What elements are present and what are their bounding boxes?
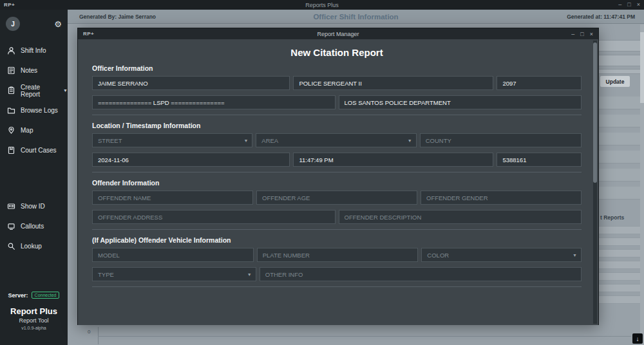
modal-minimize-icon[interactable]: – xyxy=(571,31,574,37)
offender-gender-input[interactable] xyxy=(421,191,582,205)
update-button[interactable]: Update xyxy=(600,76,630,87)
officer-name-input[interactable] xyxy=(92,76,290,90)
modal-scrollbar[interactable] xyxy=(593,41,597,324)
section-divider xyxy=(92,115,582,115)
map-pin-icon xyxy=(7,126,15,135)
offender-address-input[interactable] xyxy=(92,210,336,224)
report-icon xyxy=(7,86,15,95)
sidebar-menu: Shift Info Notes Create Report ▼ Browse … xyxy=(0,41,68,256)
server-label: Server: xyxy=(8,292,28,299)
vehicle-color-select[interactable]: COLOR ▼ xyxy=(421,248,582,262)
officer-badge-input[interactable] xyxy=(497,76,582,90)
close-icon[interactable]: × xyxy=(637,0,640,10)
area-select[interactable]: AREA ▼ xyxy=(256,133,416,147)
sidebar-item-notes[interactable]: Notes xyxy=(0,61,68,80)
offender-section-label: Offender Information xyxy=(92,179,582,187)
sidebar-item-create-report[interactable]: Create Report ▼ xyxy=(0,80,68,100)
street-select[interactable]: STREET ▼ xyxy=(92,133,252,147)
sidebar-item-shift-info[interactable]: Shift Info xyxy=(0,41,68,61)
sidebar: J ⚙ Shift Info Notes Create Report ▼ Bro… xyxy=(0,10,68,345)
generated-at-text: Generated at: 11:47:41 PM xyxy=(567,14,635,20)
server-status-row: Server: Connected xyxy=(0,292,68,299)
report-manager-modal: RP+ Report Manager – □ × New Citation Re… xyxy=(77,28,599,325)
sidebar-item-label: Notes xyxy=(21,67,37,74)
dimmed-row xyxy=(596,151,644,163)
minimize-icon[interactable]: – xyxy=(618,0,621,10)
id-card-icon xyxy=(7,202,15,210)
dimmed-list-row xyxy=(597,284,644,292)
dimmed-row xyxy=(596,115,644,127)
court-doc-icon xyxy=(7,146,15,154)
date-input[interactable] xyxy=(92,153,290,167)
area-select-value: AREA xyxy=(261,137,278,144)
location-section-label: Location / Timestamp Information xyxy=(92,122,582,129)
vehicle-section-label: (If Applicable) Offender Vehicle Informa… xyxy=(92,236,582,244)
county-input[interactable] xyxy=(420,133,582,147)
officer-division-input[interactable] xyxy=(92,95,336,109)
vehicle-other-input[interactable] xyxy=(260,267,582,281)
dimmed-field xyxy=(597,69,644,74)
app-branding: Report Plus Report Tool v1.0.9-alpha xyxy=(0,306,68,330)
modal-body: New Citation Report Officer Information … xyxy=(78,39,598,325)
dimmed-list-row xyxy=(597,261,644,269)
sidebar-item-label: Callouts xyxy=(21,223,44,230)
sidebar-item-label: Show ID xyxy=(21,203,45,210)
sidebar-item-lookup[interactable]: Lookup xyxy=(0,236,68,256)
search-icon xyxy=(7,242,15,250)
page-scrollbar-thumb[interactable] xyxy=(640,32,644,103)
app-name: Report Plus xyxy=(0,306,68,316)
modal-close-icon[interactable]: × xyxy=(590,31,593,37)
callout-icon xyxy=(7,222,15,230)
sidebar-item-map[interactable]: Map xyxy=(0,120,68,140)
dimmed-row xyxy=(596,133,644,145)
app-version: v1.0.9-alpha xyxy=(0,326,68,330)
vehicle-plate-input[interactable] xyxy=(257,248,419,262)
avatar[interactable]: J xyxy=(6,17,20,31)
section-divider xyxy=(92,172,582,172)
dimmed-list-row xyxy=(597,295,644,304)
maximize-icon[interactable]: □ xyxy=(627,0,630,10)
dimmed-list-row xyxy=(597,238,644,246)
chevron-down-icon: ▼ xyxy=(63,88,68,93)
officer-department-input[interactable] xyxy=(339,95,582,109)
dimmed-row xyxy=(596,187,644,200)
time-input[interactable] xyxy=(293,153,493,167)
sidebar-item-browse-logs[interactable]: Browse Logs xyxy=(0,100,68,120)
section-divider xyxy=(92,286,582,287)
vehicle-type-select[interactable]: TYPE ▼ xyxy=(92,267,256,281)
sidebar-item-label: Shift Info xyxy=(21,47,46,54)
app-subtitle: Report Tool xyxy=(0,317,68,324)
dimmed-list-row xyxy=(597,272,644,281)
report-id-input[interactable] xyxy=(497,153,582,167)
app-title: Reports Plus xyxy=(0,2,644,8)
dimmed-list-row xyxy=(597,226,644,234)
street-select-value: STREET xyxy=(98,137,122,144)
menu-spacer xyxy=(0,160,68,196)
sidebar-item-label: Map xyxy=(21,127,33,134)
offender-age-input[interactable] xyxy=(256,191,417,205)
gear-icon[interactable]: ⚙ xyxy=(54,20,62,28)
server-status-badge: Connected xyxy=(32,292,60,299)
chevron-down-icon: ▼ xyxy=(247,272,252,277)
sidebar-item-court-cases[interactable]: Court Cases xyxy=(0,140,68,160)
offender-name-input[interactable] xyxy=(92,191,253,205)
dimmed-row xyxy=(596,169,644,182)
page-title: Officer Shift Information xyxy=(68,13,644,21)
dimmed-field xyxy=(597,55,644,66)
vehicle-color-value: COLOR xyxy=(427,252,449,259)
chevron-down-icon: ▼ xyxy=(573,253,577,257)
vehicle-type-value: TYPE xyxy=(98,271,114,278)
vehicle-model-input[interactable] xyxy=(92,248,254,262)
chevron-down-icon: ▼ xyxy=(243,138,248,143)
sidebar-item-callouts[interactable]: Callouts xyxy=(0,216,68,236)
modal-maximize-icon[interactable]: □ xyxy=(580,31,583,37)
officer-rank-input[interactable] xyxy=(293,76,493,90)
person-icon xyxy=(7,46,15,55)
sidebar-item-show-id[interactable]: Show ID xyxy=(0,196,68,216)
page-header: Generated By: Jaime Serrano Officer Shif… xyxy=(68,10,644,24)
download-icon[interactable]: ↓ xyxy=(632,333,643,344)
dimmed-row xyxy=(596,97,644,109)
modal-scrollbar-thumb[interactable] xyxy=(593,42,597,183)
offender-description-input[interactable] xyxy=(339,210,582,224)
page-scrollbar[interactable] xyxy=(640,24,644,345)
